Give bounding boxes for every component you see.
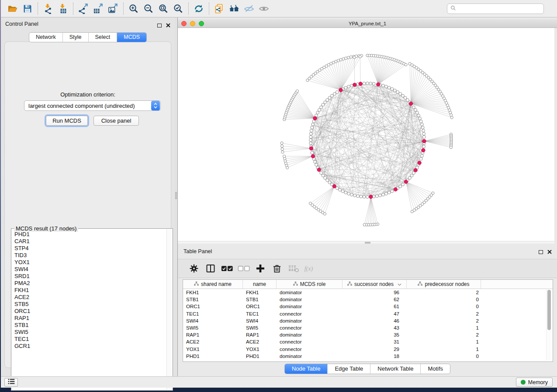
export-image-icon[interactable]: [106, 2, 121, 15]
export-network-icon[interactable]: [76, 2, 91, 15]
float-table-panel-icon[interactable]: [539, 250, 543, 254]
table-row[interactable]: SWI5SWI5connector431: [183, 324, 553, 331]
tab-node-table[interactable]: Node Table: [285, 364, 328, 374]
network-right-margin: [554, 28, 557, 244]
zoom-out-icon[interactable]: [141, 2, 156, 15]
table-row[interactable]: YOX1YOX1connector291: [183, 346, 553, 353]
mcds-result-node[interactable]: SWI4: [14, 266, 166, 273]
toolbar-separator: [38, 3, 38, 15]
open-file-icon[interactable]: [5, 2, 20, 15]
mcds-result-node[interactable]: ORC1: [14, 308, 166, 315]
column-label: successor nodes: [354, 281, 394, 287]
mcds-result-node[interactable]: SRD1: [14, 273, 166, 280]
close-panel-button[interactable]: Close panel: [93, 116, 139, 126]
split-columns-icon[interactable]: [202, 261, 219, 275]
network-scroll-thumb[interactable]: [365, 242, 370, 244]
float-window-icon[interactable]: [157, 24, 162, 28]
column-header-shared-name[interactable]: shared name: [183, 280, 243, 289]
mcds-result-node[interactable]: STP4: [14, 245, 166, 252]
memory-button[interactable]: Memory: [516, 378, 553, 387]
search-input[interactable]: [458, 6, 543, 12]
zoom-selected-icon[interactable]: [171, 2, 186, 15]
tab-network[interactable]: Network: [29, 33, 63, 42]
panel-splitter[interactable]: [175, 17, 178, 376]
table-panel-title: Table Panel: [183, 248, 212, 254]
hide-selected-icon[interactable]: [242, 2, 256, 15]
tab-edge-table[interactable]: Edge Table: [328, 364, 370, 374]
zoom-in-icon[interactable]: [126, 2, 141, 15]
zoom-fit-icon[interactable]: [156, 2, 171, 15]
cell-successor-nodes: 61: [343, 304, 407, 309]
table-row[interactable]: TEC1TEC1connector472: [183, 310, 553, 317]
import-table-icon[interactable]: [55, 2, 70, 15]
table-row[interactable]: SWI4SWI4dominator462: [183, 317, 553, 324]
mcds-result-node[interactable]: PHD1: [14, 231, 166, 238]
table-row[interactable]: FKH1FKH1dominator962: [183, 289, 553, 296]
mcds-result-node[interactable]: FKH1: [14, 287, 166, 294]
shared-column-icon: [293, 281, 298, 287]
show-all-icon[interactable]: [256, 2, 271, 15]
shared-column-icon: [194, 281, 199, 287]
mcds-result-node[interactable]: TEC1: [14, 336, 166, 343]
table-row[interactable]: ORC1ORC1dominator610: [183, 303, 553, 310]
table-scrollbar[interactable]: [546, 289, 551, 361]
column-header-predecessor-nodes[interactable]: predecessor nodes: [407, 280, 481, 289]
mcds-result-node[interactable]: PMA2: [14, 280, 166, 287]
mcds-list-scrollbar[interactable]: [166, 229, 172, 390]
cell-shared-name: TEC1: [183, 311, 243, 316]
mcds-result-node[interactable]: ACE2: [14, 294, 166, 301]
cell-shared-name: YOX1: [183, 347, 243, 352]
run-mcds-button[interactable]: Run MCDS: [46, 116, 88, 126]
table-row[interactable]: PHD1PHD1dominator180: [183, 353, 553, 360]
close-panel-icon[interactable]: [166, 21, 170, 29]
export-table-icon[interactable]: [91, 2, 106, 15]
delete-column-icon[interactable]: [269, 261, 285, 275]
first-neighbors-icon[interactable]: [227, 2, 242, 15]
import-network-icon[interactable]: [41, 2, 55, 15]
splitter-grip[interactable]: [175, 192, 177, 199]
cell-predecessor-nodes: 2: [407, 332, 481, 337]
cell-shared-name: RAP1: [183, 332, 243, 337]
tab-select[interactable]: Select: [89, 33, 118, 42]
tab-motifs[interactable]: Motifs: [421, 364, 450, 374]
cell-MCDS-role: dominator: [277, 354, 343, 359]
cell-shared-name: SWI5: [183, 325, 243, 330]
mcds-result-node[interactable]: SWI5: [14, 329, 166, 336]
mcds-result-node[interactable]: TID3: [14, 252, 166, 259]
add-column-icon[interactable]: [252, 261, 269, 275]
mcds-result-node[interactable]: RAP1: [14, 315, 166, 322]
table-body: FKH1FKH1dominator962STB1STB1dominator620…: [183, 289, 553, 360]
tab-style[interactable]: Style: [63, 33, 89, 42]
column-header-name[interactable]: name: [243, 280, 277, 289]
save-session-icon[interactable]: [20, 2, 35, 15]
duplicate-network-icon[interactable]: [212, 2, 227, 15]
cell-name: PHD1: [243, 354, 277, 359]
column-header-MCDS-role[interactable]: MCDS role: [277, 280, 343, 289]
table-row[interactable]: RAP1RAP1dominator352: [183, 331, 553, 338]
mcds-result-node[interactable]: YOX1: [14, 259, 166, 266]
mcds-result-node[interactable]: STB1: [14, 322, 166, 329]
tab-mcds[interactable]: MCDS: [117, 33, 146, 42]
close-table-panel-icon[interactable]: [547, 248, 552, 256]
table-row[interactable]: ACE2ACE2connector311: [183, 338, 553, 345]
deselect-all-checkboxes-icon[interactable]: [235, 261, 252, 275]
mcds-result-node[interactable]: CAR1: [14, 238, 166, 245]
select-all-checkboxes-icon[interactable]: [219, 261, 235, 275]
tab-network-table[interactable]: Network Table: [370, 364, 421, 374]
network-canvas[interactable]: [178, 28, 554, 241]
criterion-dropdown[interactable]: largest connected component (undirected): [24, 100, 161, 111]
mcds-result-node[interactable]: STB5: [14, 301, 166, 308]
window-list-button[interactable]: [4, 378, 18, 387]
svg-text:f(x): f(x): [304, 265, 313, 272]
settings-gear-icon[interactable]: [186, 261, 202, 275]
table-row[interactable]: STB1STB1dominator620: [183, 296, 553, 303]
cell-name: ORC1: [243, 304, 277, 309]
network-graph[interactable]: [178, 28, 554, 241]
mcds-result-node[interactable]: GCR1: [14, 343, 166, 350]
table-scroll-thumb[interactable]: [547, 290, 551, 330]
refresh-layout-icon[interactable]: [191, 2, 206, 15]
toolbar-separator: [188, 3, 189, 15]
column-label: predecessor nodes: [425, 281, 469, 287]
network-horizontal-scrollbar[interactable]: [178, 241, 554, 244]
column-header-successor-nodes[interactable]: successor nodes: [343, 280, 407, 289]
